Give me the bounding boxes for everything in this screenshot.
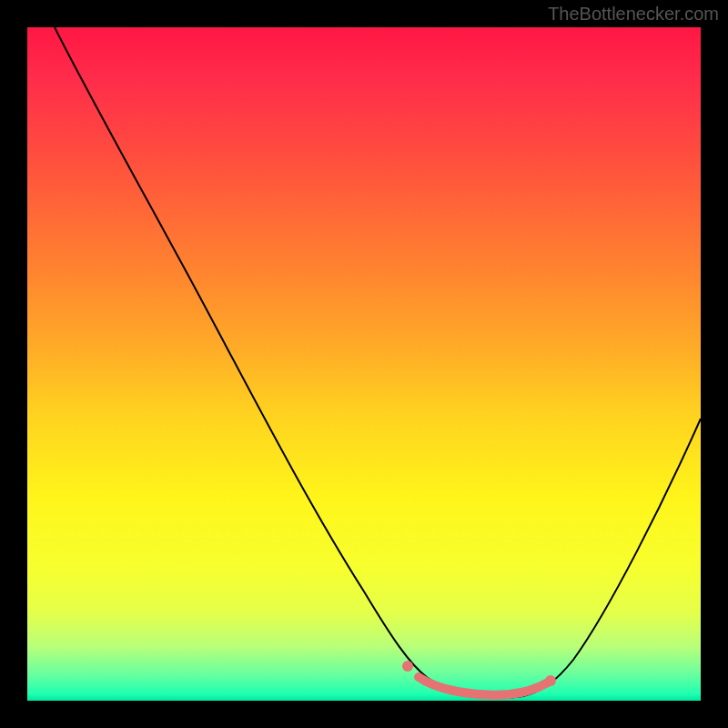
chart-area <box>27 27 701 701</box>
highlight-end-dot <box>545 675 556 686</box>
curve-line <box>55 27 701 698</box>
attribution-label: TheBottlenecker.com <box>548 4 719 25</box>
highlight-segment <box>419 677 548 695</box>
bottleneck-curve <box>27 27 701 701</box>
highlight-start-dot <box>402 661 413 672</box>
